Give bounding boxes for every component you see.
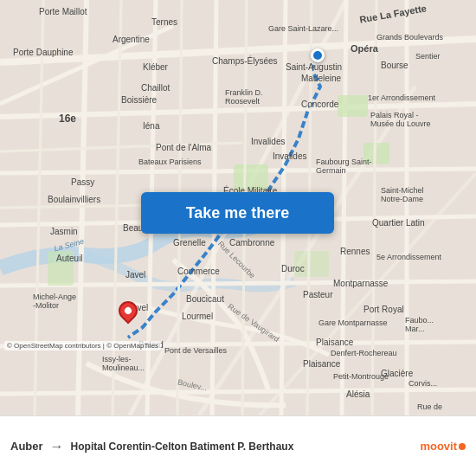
origin-marker — [311, 48, 325, 62]
svg-rect-20 — [363, 143, 389, 164]
destination-station: Hopital Corentin-Celton Batiment P. Bert… — [71, 441, 412, 453]
route-arrow-icon: → — [50, 439, 64, 454]
moovit-logo: moovit — [420, 440, 466, 453]
moovit-dot-icon — [459, 443, 466, 450]
svg-rect-19 — [338, 95, 368, 117]
moovit-brand-text: moovit — [420, 440, 457, 453]
svg-rect-21 — [48, 251, 74, 286]
bottom-bar: Auber → Hopital Corentin-Celton Batiment… — [0, 415, 476, 476]
svg-rect-18 — [234, 164, 268, 190]
svg-rect-22 — [294, 251, 329, 277]
map-copyright: © OpenStreetMap contributors | © OpenMap… — [4, 341, 161, 351]
take-me-there-button[interactable]: Take me there — [141, 192, 334, 234]
map-container: Take me there © OpenStreetMap contributo… — [0, 0, 476, 415]
origin-station: Auber — [10, 440, 43, 453]
destination-marker — [119, 301, 138, 320]
